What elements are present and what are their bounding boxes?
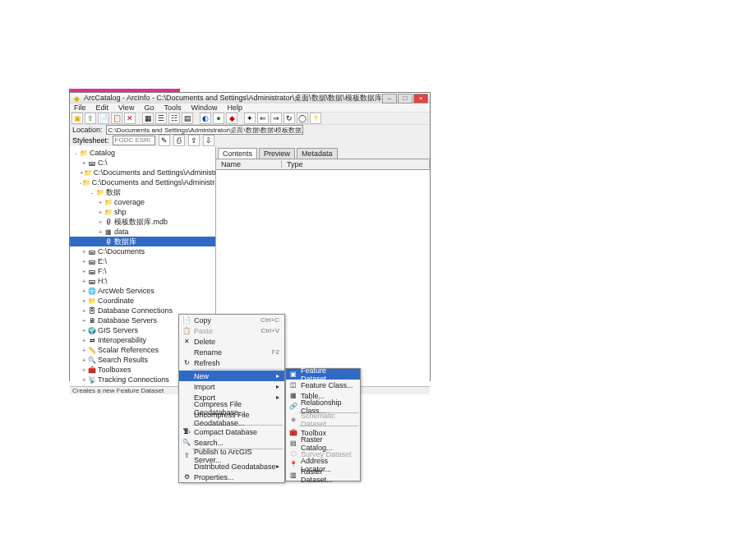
tree-item[interactable]: +🖴H:\	[70, 276, 215, 286]
tab-preview[interactable]: Preview	[259, 148, 295, 159]
tree-expand-icon[interactable]: +	[96, 209, 104, 216]
tree-item[interactable]: +▦data	[70, 227, 215, 237]
tool-gps-icon[interactable]: ✦	[244, 113, 256, 124]
tool-back-icon[interactable]: ⇐	[257, 113, 269, 124]
tool-copy-icon[interactable]: 📄	[98, 113, 109, 124]
tree-item[interactable]: 🛢数据库	[70, 237, 215, 246]
tool-paste-icon[interactable]: 📋	[111, 113, 122, 124]
context-menu[interactable]: 📄CopyCtrl+C📋PasteCtrl+V✕DeleteRenameF2↻R…	[178, 314, 285, 483]
menu-item[interactable]: 🔗Relationship Class...	[286, 401, 360, 412]
tree-item[interactable]: +🖴F:\	[70, 266, 215, 276]
tree-expand-icon[interactable]: +	[80, 288, 88, 295]
menu-go[interactable]: Go	[141, 104, 156, 112]
menu-tools[interactable]: Tools	[161, 104, 183, 112]
menu-item[interactable]: ↻Refresh	[179, 357, 284, 368]
menu-item[interactable]: RenameF2	[179, 347, 284, 357]
tree-expand-icon[interactable]: +	[80, 366, 88, 374]
tree-expand-icon[interactable]: +	[80, 248, 88, 255]
tool-thumb-icon[interactable]: ▤	[182, 113, 193, 124]
tab-metadata[interactable]: Metadata	[297, 148, 338, 159]
menu-item[interactable]: New▸	[179, 371, 284, 381]
menu-edit[interactable]: Edit	[94, 104, 112, 112]
tree-item-label: Toolboxes	[98, 366, 131, 374]
tree-expand-icon[interactable]: +	[96, 228, 104, 236]
tree-expand-icon[interactable]: -	[71, 150, 80, 157]
tree-expand-icon[interactable]: +	[80, 159, 88, 167]
tree-item[interactable]: +📁Coordinate	[70, 296, 215, 306]
tool-launch-icon[interactable]: ◯	[297, 113, 308, 124]
tree-item[interactable]: +🖴E:\	[70, 256, 215, 266]
maximize-button[interactable]: □	[398, 94, 413, 104]
style-print-icon[interactable]: ⎙	[173, 135, 185, 146]
col-name[interactable]: Name	[216, 160, 282, 168]
menu-item[interactable]: ✕Delete	[179, 336, 284, 347]
style-edit-icon[interactable]: ✎	[159, 135, 170, 146]
close-button[interactable]: ×	[413, 94, 428, 104]
menu-view[interactable]: View	[116, 104, 136, 112]
tree-expand-icon[interactable]: +	[80, 268, 88, 275]
style-import-icon[interactable]: ⇩	[203, 135, 214, 146]
tree-expand-icon[interactable]: +	[96, 199, 104, 206]
tree-item[interactable]: +🖴C:\	[70, 158, 215, 168]
drive-icon: 🖴	[88, 257, 96, 265]
stylesheet-bar: Stylesheet: FGDC ESRI ✎ ⎙ ⇪ ⇩	[70, 135, 430, 146]
tree-expand-icon[interactable]: +	[80, 297, 88, 305]
menu-help[interactable]: Help	[224, 104, 245, 112]
tool-connect-icon[interactable]: ▣	[71, 113, 83, 124]
tool-list-icon[interactable]: ☰	[155, 113, 167, 124]
tree-expand-icon[interactable]: +	[80, 258, 88, 265]
tab-contents[interactable]: Contents	[218, 148, 257, 159]
tree-expand-icon[interactable]: +	[80, 307, 88, 315]
tree-item[interactable]: +🛢模板数据库.mdb	[70, 217, 215, 227]
menu-item[interactable]: ◫Feature Class...	[286, 380, 360, 390]
tree-item[interactable]: +📁shp	[70, 207, 215, 217]
tool-up-icon[interactable]: ⇧	[85, 113, 96, 124]
tool-fwd-icon[interactable]: ⇒	[270, 113, 282, 124]
tool-identify-icon[interactable]: ◐	[200, 113, 211, 124]
menu-file[interactable]: File	[71, 104, 89, 112]
menu-item[interactable]: 🔍Search...	[179, 437, 284, 448]
menu-window[interactable]: Window	[188, 104, 219, 112]
menu-item[interactable]: Uncompress File Geodatabase...	[179, 413, 284, 424]
menu-item[interactable]: 🗜Compact Database	[179, 426, 284, 437]
menu-item[interactable]: Distributed Geodatabase▸	[179, 461, 284, 472]
tool-arcmap-icon[interactable]: ●	[213, 113, 224, 124]
menu-item[interactable]: ⇪Publish to ArcGIS Server...	[179, 450, 284, 461]
menu-item-label: Uncompress File Geodatabase...	[192, 411, 279, 427]
location-input[interactable]: C:\Documents and Settings\Administrator\…	[106, 125, 303, 135]
tree-expand-icon[interactable]: +	[80, 357, 88, 364]
tool-delete-icon[interactable]: ✕	[124, 113, 136, 124]
tree-expand-icon[interactable]: +	[80, 278, 88, 285]
menu-item[interactable]: Import▸	[179, 381, 284, 392]
tool-details-icon[interactable]: ☷	[168, 113, 180, 124]
tree-expand-icon[interactable]: +	[80, 376, 88, 384]
tree-item[interactable]: +🌐ArcWeb Services	[70, 286, 215, 296]
tree-item-label: coverage	[114, 198, 145, 206]
tool-refresh-icon[interactable]: ↻	[284, 113, 295, 124]
tree-expand-icon[interactable]: +	[96, 219, 104, 226]
tool-toolbox-icon[interactable]: ◆	[226, 113, 237, 124]
tree-item[interactable]: +📁C:\Documents and Settings\Administrato…	[70, 168, 215, 177]
style-export-icon[interactable]: ⇪	[188, 135, 200, 146]
tree-expand-icon[interactable]: +	[80, 317, 88, 325]
context-submenu-new[interactable]: ▣Feature Dataset...◫Feature Class...▦Tab…	[285, 368, 361, 481]
tree-item[interactable]: -📁C:\Documents and Settings\Administrato…	[70, 177, 215, 187]
tree-item[interactable]: -📁Catalog	[70, 148, 215, 158]
tree-item[interactable]: +📁coverage	[70, 197, 215, 207]
menu-item[interactable]: 📄CopyCtrl+C	[179, 315, 284, 325]
tree-expand-icon[interactable]: -	[88, 189, 96, 196]
tree-item[interactable]: -📁数据	[70, 187, 215, 197]
tree-expand-icon[interactable]: +	[80, 337, 88, 344]
tree-item[interactable]: +🖴C:\Documents	[70, 246, 215, 256]
menu-item[interactable]: ▤Raster Catalog...	[286, 438, 360, 449]
tree-expand-icon[interactable]: +	[80, 347, 88, 354]
tool-largeicons-icon[interactable]: ▦	[142, 113, 154, 124]
menu-item[interactable]: ⚙Properties...	[179, 472, 284, 482]
tool-help-icon[interactable]: ?	[310, 113, 321, 124]
tree-expand-icon[interactable]: +	[80, 327, 88, 334]
menu-item[interactable]: ▥Raster Dataset...	[286, 470, 360, 481]
stylesheet-combo[interactable]: FGDC ESRI	[113, 136, 155, 145]
minimize-button[interactable]: –	[382, 94, 397, 104]
menu-item[interactable]: ▣Feature Dataset...	[286, 369, 360, 380]
col-type[interactable]: Type	[282, 160, 430, 168]
